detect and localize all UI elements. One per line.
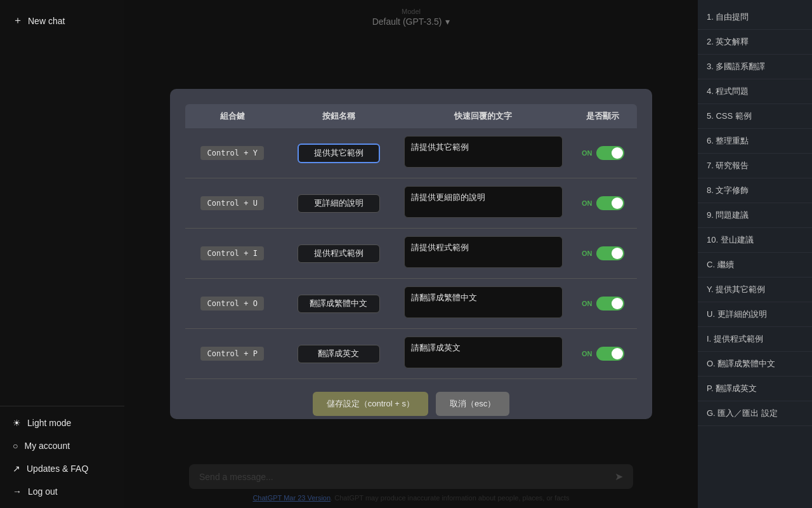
sidebar-logout-label: Log out: [28, 486, 58, 497]
dialog-actions: 儲存設定（control + s） 取消（esc）: [185, 392, 637, 416]
reply-textarea[interactable]: [404, 136, 563, 168]
toggle-label: ON: [582, 250, 593, 257]
name-input[interactable]: [298, 295, 380, 313]
table-row: Control + PON: [185, 329, 637, 379]
sidebar-updates-label: Updates & FAQ: [27, 464, 88, 474]
sun-icon: ☀: [13, 418, 21, 428]
shortcut-cell: Control + P: [185, 329, 279, 379]
text-cell[interactable]: [398, 178, 569, 229]
toggle-label: ON: [582, 199, 593, 207]
right-sidebar-item[interactable]: 1. 自由提問: [698, 5, 812, 30]
col-text: 快速回覆的文字: [398, 104, 569, 128]
col-name: 按鈕名稱: [279, 104, 397, 128]
toggle-label: ON: [582, 350, 593, 358]
reply-textarea[interactable]: [404, 337, 563, 368]
right-sidebar-item[interactable]: U. 更詳細的說明: [698, 302, 812, 327]
name-cell[interactable]: [279, 229, 397, 279]
right-sidebar-item[interactable]: 6. 整理重點: [698, 129, 812, 154]
shortcut-cell: Control + I: [185, 229, 279, 279]
text-cell[interactable]: [398, 279, 569, 329]
toggle-switch[interactable]: [596, 347, 624, 361]
table-row: Control + UON: [185, 178, 637, 229]
text-cell[interactable]: [398, 329, 569, 379]
right-sidebar-item[interactable]: O. 翻譯成繁體中文: [698, 352, 812, 377]
name-input[interactable]: [298, 194, 380, 213]
col-shortcut: 組合鍵: [185, 104, 279, 128]
right-sidebar-item[interactable]: Y. 提供其它範例: [698, 277, 812, 302]
right-sidebar-item[interactable]: C. 繼續: [698, 253, 812, 277]
main-content: Model Default (GPT-3.5) ▾ 組合鍵 按鈕名稱 快速回覆的…: [124, 0, 698, 508]
table-row: Control + ION: [185, 229, 637, 279]
text-cell[interactable]: [398, 229, 569, 279]
shortcut-badge: Control + U: [200, 196, 263, 210]
toggle-switch[interactable]: [596, 196, 624, 210]
new-chat-label: New chat: [28, 16, 65, 26]
right-sidebar-item[interactable]: 2. 英文解釋: [698, 30, 812, 55]
name-cell[interactable]: [279, 128, 397, 178]
reply-textarea[interactable]: [404, 286, 563, 318]
shortcut-badge: Control + Y: [200, 146, 263, 160]
shortcut-cell: Control + O: [185, 279, 279, 329]
col-show: 是否顯示: [569, 104, 638, 128]
toggle-cell[interactable]: ON: [569, 229, 638, 279]
right-sidebar-item[interactable]: 10. 登山建議: [698, 228, 812, 253]
table-row: Control + OON: [185, 279, 637, 329]
sidebar-item-updates-faq[interactable]: ↗ Updates & FAQ: [5, 457, 119, 480]
sidebar-item-log-out[interactable]: → Log out: [5, 480, 119, 503]
toggle-cell[interactable]: ON: [569, 279, 638, 329]
external-icon: ↗: [13, 464, 20, 474]
name-input[interactable]: [298, 244, 380, 263]
toggle-switch[interactable]: [596, 246, 624, 260]
toggle-cell[interactable]: ON: [569, 178, 638, 229]
name-input[interactable]: [298, 144, 380, 163]
right-sidebar-item[interactable]: P. 翻譯成英文: [698, 377, 812, 401]
user-icon: ○: [13, 441, 18, 451]
shortcut-badge: Control + O: [200, 297, 263, 311]
sidebar-item-my-account[interactable]: ○ My account: [5, 434, 119, 457]
right-sidebar-item[interactable]: I. 提供程式範例: [698, 327, 812, 352]
sidebar-item-light-mode[interactable]: ☀ Light mode: [5, 411, 119, 434]
right-sidebar-item[interactable]: G. 匯入／匯出 設定: [698, 401, 812, 426]
save-button[interactable]: 儲存設定（control + s）: [313, 392, 428, 416]
name-cell[interactable]: [279, 279, 397, 329]
sidebar-top: ＋ New chat: [0, 0, 124, 406]
right-sidebar-item[interactable]: 8. 文字修飾: [698, 178, 812, 203]
sidebar-light-mode-label: Light mode: [27, 418, 71, 428]
new-chat-button[interactable]: ＋ New chat: [5, 8, 119, 34]
reply-textarea[interactable]: [404, 236, 563, 268]
right-sidebar-item[interactable]: 4. 程式問題: [698, 79, 812, 104]
toggle-switch[interactable]: [596, 146, 624, 160]
toggle-switch[interactable]: [596, 297, 624, 311]
toggle-cell[interactable]: ON: [569, 128, 638, 178]
reply-textarea[interactable]: [404, 186, 563, 218]
toggle-label: ON: [582, 149, 593, 157]
right-sidebar-item[interactable]: 5. CSS 範例: [698, 104, 812, 129]
name-cell[interactable]: [279, 178, 397, 229]
sidebar-bottom: ☀ Light mode ○ My account ↗ Updates & FA…: [0, 406, 124, 508]
cancel-button[interactable]: 取消（esc）: [436, 392, 509, 416]
plus-icon: ＋: [13, 14, 23, 27]
shortcuts-table: 組合鍵 按鈕名稱 快速回覆的文字 是否顯示 Control + YONContr…: [185, 104, 637, 379]
toggle-label: ON: [582, 300, 593, 307]
right-sidebar: 1. 自由提問2. 英文解釋3. 多國語系翻譯4. 程式問題5. CSS 範例6…: [698, 0, 812, 508]
sidebar: ＋ New chat ☀ Light mode ○ My account ↗ U…: [0, 0, 124, 508]
name-input[interactable]: [298, 345, 380, 363]
table-row: Control + YON: [185, 128, 637, 178]
name-cell[interactable]: [279, 329, 397, 379]
shortcut-cell: Control + Y: [185, 128, 279, 178]
sidebar-my-account-label: My account: [24, 441, 70, 451]
shortcut-badge: Control + I: [200, 246, 263, 260]
settings-dialog: 組合鍵 按鈕名稱 快速回覆的文字 是否顯示 Control + YONContr…: [170, 89, 652, 419]
text-cell[interactable]: [398, 128, 569, 178]
right-sidebar-item[interactable]: 7. 研究報告: [698, 154, 812, 178]
shortcut-badge: Control + P: [200, 347, 263, 361]
shortcut-cell: Control + U: [185, 178, 279, 229]
dialog-overlay: 組合鍵 按鈕名稱 快速回覆的文字 是否顯示 Control + YONContr…: [124, 0, 698, 508]
right-sidebar-item[interactable]: 3. 多國語系翻譯: [698, 55, 812, 79]
logout-icon: →: [13, 486, 22, 497]
toggle-cell[interactable]: ON: [569, 329, 638, 379]
right-sidebar-item[interactable]: 9. 問題建議: [698, 203, 812, 228]
